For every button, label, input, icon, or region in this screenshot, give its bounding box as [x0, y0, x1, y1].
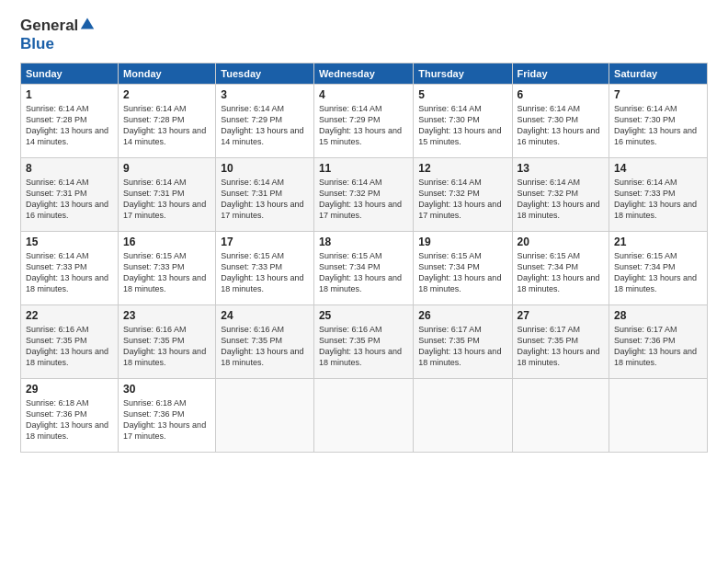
day-number: 19: [418, 236, 506, 248]
day-number: 22: [26, 309, 113, 322]
calendar-cell: 22 Sunrise: 6:16 AM Sunset: 7:35 PM Dayl…: [21, 305, 119, 379]
day-number: 10: [221, 162, 309, 175]
day-info: Sunrise: 6:18 AM Sunset: 7:36 PM Dayligh…: [26, 397, 113, 442]
day-info: Sunrise: 6:16 AM Sunset: 7:35 PM Dayligh…: [319, 324, 408, 369]
day-number: 4: [319, 88, 408, 101]
day-info: Sunrise: 6:14 AM Sunset: 7:31 PM Dayligh…: [123, 177, 210, 222]
calendar-cell: 26 Sunrise: 6:17 AM Sunset: 7:35 PM Dayl…: [414, 305, 512, 379]
page: General Blue SundayMondayTuesdayWednesda…: [0, 0, 728, 563]
day-info: Sunrise: 6:14 AM Sunset: 7:28 PM Dayligh…: [26, 103, 113, 148]
day-number: 18: [319, 236, 408, 248]
day-info: Sunrise: 6:14 AM Sunset: 7:29 PM Dayligh…: [221, 103, 309, 148]
day-number: 27: [518, 309, 605, 322]
day-number: 7: [614, 88, 702, 101]
day-info: Sunrise: 6:14 AM Sunset: 7:31 PM Dayligh…: [26, 177, 113, 222]
logo-triangle-icon: [80, 17, 95, 31]
calendar-cell: 3 Sunrise: 6:14 AM Sunset: 7:29 PM Dayli…: [216, 85, 314, 158]
day-number: 5: [418, 88, 506, 101]
calendar-cell: 27 Sunrise: 6:17 AM Sunset: 7:35 PM Dayl…: [512, 305, 609, 379]
calendar-cell: 18 Sunrise: 6:15 AM Sunset: 7:34 PM Dayl…: [313, 232, 413, 305]
calendar-cell: 11 Sunrise: 6:14 AM Sunset: 7:32 PM Dayl…: [313, 158, 413, 232]
calendar-cell: 13 Sunrise: 6:14 AM Sunset: 7:32 PM Dayl…: [512, 158, 609, 232]
col-header-monday: Monday: [119, 63, 216, 85]
col-header-tuesday: Tuesday: [216, 63, 314, 85]
calendar-week-row: 22 Sunrise: 6:16 AM Sunset: 7:35 PM Dayl…: [21, 305, 708, 379]
day-info: Sunrise: 6:14 AM Sunset: 7:33 PM Dayligh…: [26, 250, 113, 295]
calendar-week-row: 15 Sunrise: 6:14 AM Sunset: 7:33 PM Dayl…: [21, 232, 708, 305]
calendar-week-row: 1 Sunrise: 6:14 AM Sunset: 7:28 PM Dayli…: [21, 85, 708, 158]
logo-blue-text: Blue: [20, 35, 54, 52]
calendar-cell: 8 Sunrise: 6:14 AM Sunset: 7:31 PM Dayli…: [21, 158, 119, 232]
logo-general-text: General: [20, 17, 78, 35]
day-info: Sunrise: 6:14 AM Sunset: 7:32 PM Dayligh…: [518, 177, 605, 222]
day-info: Sunrise: 6:14 AM Sunset: 7:30 PM Dayligh…: [518, 103, 605, 148]
calendar-cell: 17 Sunrise: 6:15 AM Sunset: 7:33 PM Dayl…: [216, 232, 314, 305]
day-number: 3: [221, 88, 309, 101]
day-number: 25: [319, 309, 408, 322]
day-info: Sunrise: 6:14 AM Sunset: 7:32 PM Dayligh…: [319, 177, 408, 222]
calendar-cell: 5 Sunrise: 6:14 AM Sunset: 7:30 PM Dayli…: [414, 85, 512, 158]
calendar-cell: [414, 379, 512, 453]
day-number: 23: [123, 309, 210, 322]
calendar-cell: 1 Sunrise: 6:14 AM Sunset: 7:28 PM Dayli…: [21, 85, 119, 158]
day-number: 6: [518, 88, 605, 101]
calendar-cell: 30 Sunrise: 6:18 AM Sunset: 7:36 PM Dayl…: [119, 379, 216, 453]
calendar-week-row: 8 Sunrise: 6:14 AM Sunset: 7:31 PM Dayli…: [21, 158, 708, 232]
day-info: Sunrise: 6:14 AM Sunset: 7:31 PM Dayligh…: [221, 177, 309, 222]
logo: General Blue: [20, 17, 95, 53]
day-info: Sunrise: 6:15 AM Sunset: 7:34 PM Dayligh…: [319, 250, 408, 295]
day-info: Sunrise: 6:17 AM Sunset: 7:35 PM Dayligh…: [418, 324, 506, 369]
col-header-saturday: Saturday: [609, 63, 708, 85]
day-number: 11: [319, 162, 408, 175]
day-info: Sunrise: 6:14 AM Sunset: 7:29 PM Dayligh…: [319, 103, 408, 148]
day-info: Sunrise: 6:14 AM Sunset: 7:30 PM Dayligh…: [614, 103, 702, 148]
calendar-cell: 7 Sunrise: 6:14 AM Sunset: 7:30 PM Dayli…: [609, 85, 708, 158]
day-number: 17: [221, 236, 309, 248]
day-number: 13: [518, 162, 605, 175]
svg-marker-0: [81, 18, 94, 29]
calendar-cell: [313, 379, 413, 453]
header: General Blue: [20, 17, 708, 53]
day-info: Sunrise: 6:16 AM Sunset: 7:35 PM Dayligh…: [221, 324, 309, 369]
day-info: Sunrise: 6:17 AM Sunset: 7:36 PM Dayligh…: [614, 324, 702, 369]
day-info: Sunrise: 6:15 AM Sunset: 7:33 PM Dayligh…: [221, 250, 309, 295]
calendar-cell: 16 Sunrise: 6:15 AM Sunset: 7:33 PM Dayl…: [119, 232, 216, 305]
day-number: 2: [123, 88, 210, 101]
day-info: Sunrise: 6:17 AM Sunset: 7:35 PM Dayligh…: [518, 324, 605, 369]
day-number: 24: [221, 309, 309, 322]
day-info: Sunrise: 6:18 AM Sunset: 7:36 PM Dayligh…: [123, 397, 210, 442]
calendar-cell: 29 Sunrise: 6:18 AM Sunset: 7:36 PM Dayl…: [21, 379, 119, 453]
calendar-cell: [512, 379, 609, 453]
day-number: 9: [123, 162, 210, 175]
calendar-cell: 10 Sunrise: 6:14 AM Sunset: 7:31 PM Dayl…: [216, 158, 314, 232]
calendar-cell: 14 Sunrise: 6:14 AM Sunset: 7:33 PM Dayl…: [609, 158, 708, 232]
day-number: 14: [614, 162, 702, 175]
calendar-table: SundayMondayTuesdayWednesdayThursdayFrid…: [20, 63, 708, 453]
day-number: 8: [26, 162, 113, 175]
calendar-cell: 19 Sunrise: 6:15 AM Sunset: 7:34 PM Dayl…: [414, 232, 512, 305]
day-info: Sunrise: 6:15 AM Sunset: 7:33 PM Dayligh…: [123, 250, 210, 295]
calendar-cell: 12 Sunrise: 6:14 AM Sunset: 7:32 PM Dayl…: [414, 158, 512, 232]
col-header-friday: Friday: [512, 63, 609, 85]
day-info: Sunrise: 6:15 AM Sunset: 7:34 PM Dayligh…: [518, 250, 605, 295]
day-info: Sunrise: 6:15 AM Sunset: 7:34 PM Dayligh…: [614, 250, 702, 295]
day-info: Sunrise: 6:14 AM Sunset: 7:32 PM Dayligh…: [418, 177, 506, 222]
day-number: 28: [614, 309, 702, 322]
calendar-cell: [216, 379, 314, 453]
col-header-sunday: Sunday: [21, 63, 119, 85]
calendar-cell: [609, 379, 708, 453]
day-number: 30: [123, 383, 210, 396]
calendar-cell: 2 Sunrise: 6:14 AM Sunset: 7:28 PM Dayli…: [119, 85, 216, 158]
day-number: 15: [26, 236, 113, 248]
calendar-cell: 23 Sunrise: 6:16 AM Sunset: 7:35 PM Dayl…: [119, 305, 216, 379]
col-header-wednesday: Wednesday: [313, 63, 413, 85]
day-info: Sunrise: 6:16 AM Sunset: 7:35 PM Dayligh…: [26, 324, 113, 369]
calendar-cell: 9 Sunrise: 6:14 AM Sunset: 7:31 PM Dayli…: [119, 158, 216, 232]
calendar-cell: 28 Sunrise: 6:17 AM Sunset: 7:36 PM Dayl…: [609, 305, 708, 379]
day-number: 20: [518, 236, 605, 248]
day-info: Sunrise: 6:14 AM Sunset: 7:30 PM Dayligh…: [418, 103, 506, 148]
day-number: 16: [123, 236, 210, 248]
day-number: 12: [418, 162, 506, 175]
calendar-cell: 25 Sunrise: 6:16 AM Sunset: 7:35 PM Dayl…: [313, 305, 413, 379]
day-info: Sunrise: 6:16 AM Sunset: 7:35 PM Dayligh…: [123, 324, 210, 369]
